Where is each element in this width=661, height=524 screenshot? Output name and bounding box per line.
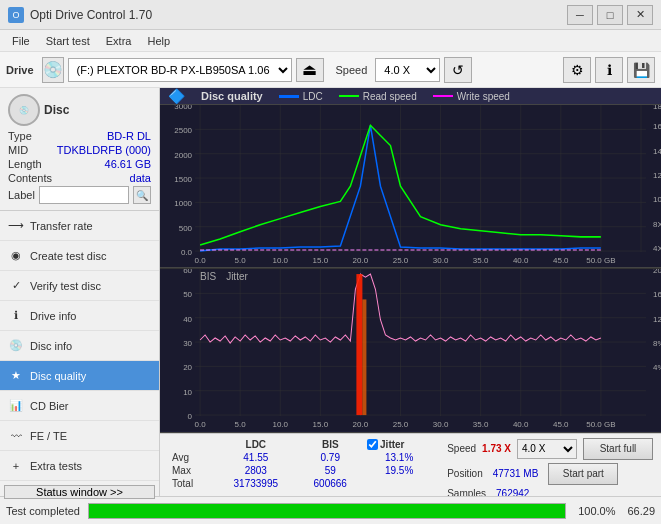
samples-label: Samples [447, 488, 486, 496]
write-speed-color [433, 95, 453, 97]
row-max-label: Max [168, 464, 214, 477]
cd-bier-icon: 📊 [8, 398, 24, 414]
menu-help[interactable]: Help [139, 33, 178, 49]
col-empty [168, 438, 214, 451]
svg-text:16%: 16% [653, 291, 661, 300]
svg-text:45.0: 45.0 [553, 421, 569, 430]
disc-mid-value: TDKBLDRFB (000) [57, 144, 151, 156]
menu-start-test[interactable]: Start test [38, 33, 98, 49]
start-full-button[interactable]: Start full [583, 438, 653, 460]
row-avg-ldc: 41.55 [214, 451, 297, 464]
speed-row: Speed 1.73 X 4.0 X Start full [447, 438, 653, 460]
extra-tests-icon: + [8, 458, 24, 474]
svg-text:0: 0 [188, 412, 193, 421]
maximize-button[interactable]: □ [597, 5, 623, 25]
legend-read-speed: Read speed [339, 91, 417, 102]
refresh-button[interactable]: ↺ [444, 57, 472, 83]
svg-text:0.0: 0.0 [195, 421, 207, 430]
samples-row: Samples 762942 [447, 488, 653, 496]
sidebar-item-verify-test-disc[interactable]: ✓ Verify test disc [0, 271, 159, 301]
svg-text:0.0: 0.0 [181, 248, 193, 257]
disc-label-btn[interactable]: 🔍 [133, 186, 151, 204]
top-chart-svg: 3000 2500 2000 1500 1000 500 0.0 18X 16X… [160, 105, 661, 267]
table-row: Total 31733995 600666 [168, 477, 435, 490]
row-max-ldc: 2803 [214, 464, 297, 477]
svg-rect-85 [356, 274, 362, 415]
sidebar-item-create-test-disc[interactable]: ◉ Create test disc [0, 241, 159, 271]
close-button[interactable]: ✕ [627, 5, 653, 25]
menu-extra[interactable]: Extra [98, 33, 140, 49]
svg-text:60: 60 [183, 269, 192, 275]
svg-text:35.0: 35.0 [473, 421, 489, 430]
sidebar-item-drive-info[interactable]: ℹ Drive info [0, 301, 159, 331]
svg-text:3000: 3000 [174, 105, 192, 111]
menu-file[interactable]: File [4, 33, 38, 49]
minimize-button[interactable]: ─ [567, 5, 593, 25]
svg-text:0.0: 0.0 [195, 256, 207, 265]
svg-text:20.0: 20.0 [353, 256, 369, 265]
sidebar-item-disc-info[interactable]: 💿 Disc info [0, 331, 159, 361]
svg-text:35.0: 35.0 [473, 256, 489, 265]
ldc-color [279, 95, 299, 98]
window-controls: ─ □ ✕ [567, 5, 653, 25]
svg-text:50: 50 [183, 291, 192, 300]
eject-button[interactable]: ⏏ [296, 58, 324, 82]
disc-mid-label: MID [8, 144, 28, 156]
transfer-rate-icon: ⟶ [8, 218, 24, 234]
svg-text:15.0: 15.0 [313, 256, 329, 265]
top-chart: 3000 2500 2000 1500 1000 500 0.0 18X 16X… [160, 105, 661, 268]
speed-select[interactable]: 4.0 X [517, 439, 577, 459]
info-button[interactable]: ℹ [595, 57, 623, 83]
legend-write-speed: Write speed [433, 91, 510, 102]
legend-write-speed-label: Write speed [457, 91, 510, 102]
disc-contents-label: Contents [8, 172, 52, 184]
disc-icon: 💿 [8, 94, 40, 126]
position-row: Position 47731 MB Start part [447, 463, 653, 485]
sidebar-item-fe-te[interactable]: 〰 FE / TE [0, 421, 159, 451]
jitter-label: Jitter [226, 271, 248, 282]
svg-text:8%: 8% [653, 339, 661, 348]
position-value: 47731 MB [493, 468, 539, 479]
speed-select[interactable]: 4.0 X [375, 58, 440, 82]
svg-text:30: 30 [183, 339, 192, 348]
save-button[interactable]: 💾 [627, 57, 655, 83]
start-part-button[interactable]: Start part [548, 463, 618, 485]
svg-text:2000: 2000 [174, 151, 192, 160]
read-speed-color [339, 95, 359, 97]
svg-text:4%: 4% [653, 364, 661, 373]
sidebar-item-disc-quality[interactable]: ★ Disc quality [0, 361, 159, 391]
fe-te-icon: 〰 [8, 428, 24, 444]
jitter-checkbox[interactable] [367, 439, 378, 450]
position-label: Position [447, 468, 483, 479]
speed-value: 1.73 X [482, 443, 511, 454]
row-total-bis: 600666 [297, 477, 363, 490]
row-total-ldc: 31733995 [214, 477, 297, 490]
sidebar-item-label: FE / TE [30, 430, 67, 442]
sidebar-item-transfer-rate[interactable]: ⟶ Transfer rate [0, 211, 159, 241]
progress-bar [88, 503, 566, 519]
options-button[interactable]: ⚙ [563, 57, 591, 83]
svg-text:14X: 14X [653, 147, 661, 156]
bis-label: BIS [200, 271, 216, 282]
stats-panel: LDC BIS Jitter Avg [160, 433, 661, 496]
main-area: 💿 Disc Type BD-R DL MID TDKBLDRFB (000) … [0, 88, 661, 496]
drive-icon-btn[interactable]: 💿 [42, 57, 64, 83]
disc-label-input[interactable] [39, 186, 129, 204]
create-test-disc-icon: ◉ [8, 248, 24, 264]
svg-text:1000: 1000 [174, 199, 192, 208]
svg-text:500: 500 [179, 224, 193, 233]
row-max-bis: 59 [297, 464, 363, 477]
legend-read-speed-label: Read speed [363, 91, 417, 102]
svg-text:25.0: 25.0 [393, 421, 409, 430]
sidebar-item-cd-bier[interactable]: 📊 CD Bier [0, 391, 159, 421]
disc-section-label: Disc [44, 103, 69, 117]
svg-text:50.0 GB: 50.0 GB [586, 256, 615, 265]
sidebar-item-extra-tests[interactable]: + Extra tests [0, 451, 159, 481]
table-row: Max 2803 59 19.5% [168, 464, 435, 477]
row-avg-bis: 0.79 [297, 451, 363, 464]
drive-select[interactable]: (F:) PLEXTOR BD-R PX-LB950SA 1.06 [68, 58, 292, 82]
status-window-button[interactable]: Status window >> [4, 485, 155, 499]
app-icon: O [8, 7, 24, 23]
disc-panel: 💿 Disc Type BD-R DL MID TDKBLDRFB (000) … [0, 88, 159, 211]
svg-text:10.0: 10.0 [272, 256, 288, 265]
